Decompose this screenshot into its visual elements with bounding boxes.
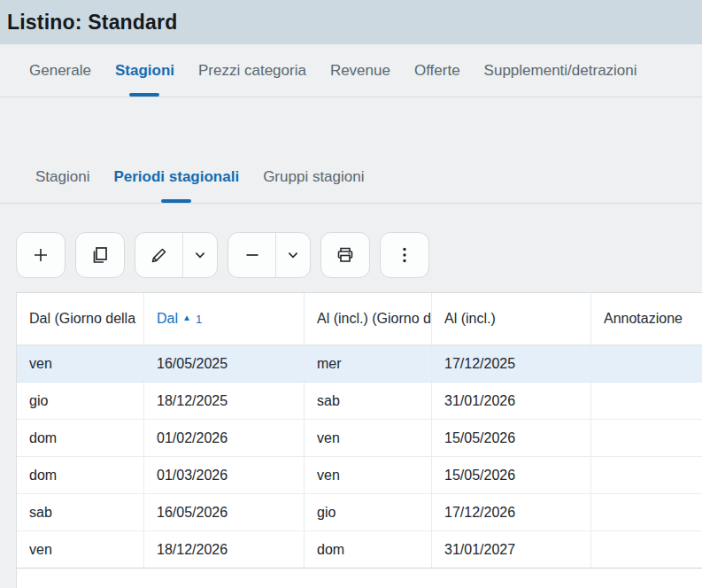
seasonal-periods-table: Dal (Giorno della Dal ▲ 1 Al (incl.) (Gi… bbox=[16, 292, 702, 588]
cell-al-giorno: sab bbox=[305, 383, 432, 419]
cell-dal: 16/05/2026 bbox=[144, 494, 305, 530]
cell-annotazione bbox=[591, 531, 702, 568]
tab-offerte[interactable]: Offerte bbox=[414, 44, 460, 97]
duplicate-button[interactable] bbox=[75, 232, 125, 278]
cell-al: 31/01/2026 bbox=[432, 383, 591, 419]
cell-al-giorno: dom bbox=[305, 531, 432, 568]
cell-annotazione bbox=[591, 457, 702, 493]
minus-icon bbox=[242, 244, 263, 266]
table-body: ven 16/05/2025 mer 17/12/2025 gio 18/12/… bbox=[17, 345, 702, 569]
page-title: Listino: Standard bbox=[7, 11, 178, 35]
cell-dal: 18/12/2026 bbox=[144, 531, 305, 568]
sort-asc-icon: ▲ bbox=[182, 313, 191, 322]
table-row[interactable]: ven 16/05/2025 mer 17/12/2025 bbox=[17, 345, 702, 383]
cell-al: 17/12/2025 bbox=[432, 345, 591, 382]
cell-al: 15/05/2026 bbox=[432, 457, 591, 493]
column-header-al[interactable]: Al (incl.) bbox=[432, 293, 591, 344]
table-row[interactable]: dom 01/02/2026 ven 15/05/2026 bbox=[17, 420, 702, 457]
column-header-dal-giorno[interactable]: Dal (Giorno della bbox=[17, 293, 144, 344]
copy-icon bbox=[89, 244, 111, 266]
title-bar: Listino: Standard bbox=[0, 0, 702, 44]
cell-dal: 16/05/2025 bbox=[144, 345, 305, 382]
tab-label: Periodi stagionali bbox=[113, 168, 239, 186]
tab-label: Stagioni bbox=[115, 62, 174, 80]
cell-dal: 01/03/2026 bbox=[144, 457, 305, 493]
cell-dal-giorno: dom bbox=[17, 457, 144, 493]
tab-label: Stagioni bbox=[35, 168, 89, 186]
remove-split-button bbox=[228, 232, 311, 278]
more-options-button[interactable] bbox=[380, 232, 429, 278]
print-button[interactable] bbox=[320, 232, 370, 278]
column-header-annotazione[interactable]: Annotazione bbox=[591, 293, 702, 344]
table-row[interactable]: ven 18/12/2026 dom 31/01/2027 bbox=[17, 531, 702, 569]
tab-label: Revenue bbox=[330, 62, 390, 80]
tab-prezzi-categoria[interactable]: Prezzi categoria bbox=[198, 44, 306, 97]
app-window: Listino: Standard Generale Stagioni Prez… bbox=[0, 0, 702, 588]
cell-al-giorno: ven bbox=[305, 420, 432, 456]
primary-tabbar: Generale Stagioni Prezzi categoria Reven… bbox=[0, 44, 702, 97]
tab-generale[interactable]: Generale bbox=[29, 44, 91, 97]
column-header-al-giorno[interactable]: Al (incl.) (Giorno d bbox=[305, 293, 432, 344]
remove-dropdown-button[interactable] bbox=[276, 233, 310, 277]
subtab-gruppi-stagioni[interactable]: Gruppi stagioni bbox=[263, 151, 364, 203]
cell-al: 17/12/2026 bbox=[432, 494, 591, 530]
cell-al-giorno: ven bbox=[305, 457, 432, 493]
secondary-tabbar: Stagioni Periodi stagionali Gruppi stagi… bbox=[0, 151, 702, 204]
plus-icon bbox=[30, 244, 51, 266]
cell-al-giorno: mer bbox=[305, 345, 432, 382]
tab-supplementi-detrazioni[interactable]: Supplementi/detrazioni bbox=[484, 44, 637, 97]
tab-stagioni[interactable]: Stagioni bbox=[115, 44, 174, 97]
table-row[interactable]: sab 16/05/2026 gio 17/12/2026 bbox=[17, 494, 702, 531]
cell-dal: 01/02/2026 bbox=[144, 420, 305, 456]
tab-revenue[interactable]: Revenue bbox=[330, 44, 390, 97]
cell-dal-giorno: gio bbox=[17, 383, 144, 419]
table-row[interactable]: gio 18/12/2025 sab 31/01/2026 bbox=[17, 383, 702, 420]
cell-dal-giorno: ven bbox=[17, 531, 144, 568]
table-row[interactable]: dom 01/03/2026 ven 15/05/2026 bbox=[17, 457, 702, 494]
subtab-stagioni[interactable]: Stagioni bbox=[35, 151, 89, 203]
subtab-periodi-stagionali[interactable]: Periodi stagionali bbox=[113, 151, 239, 203]
cell-al: 31/01/2027 bbox=[432, 531, 591, 568]
cell-dal-giorno: sab bbox=[17, 494, 144, 530]
tab-label: Generale bbox=[29, 62, 91, 80]
cell-dal-giorno: ven bbox=[17, 345, 144, 382]
edit-split-button bbox=[135, 232, 218, 278]
sort-order-badge: 1 bbox=[196, 313, 202, 326]
edit-button[interactable] bbox=[135, 233, 182, 277]
remove-button[interactable] bbox=[228, 233, 275, 277]
chevron-down-icon bbox=[190, 245, 210, 265]
tab-label: Prezzi categoria bbox=[198, 62, 306, 80]
cell-al: 15/05/2026 bbox=[432, 420, 591, 456]
cell-annotazione bbox=[591, 383, 702, 419]
tab-label: Offerte bbox=[414, 62, 460, 80]
kebab-icon bbox=[394, 244, 415, 266]
printer-icon bbox=[335, 244, 356, 266]
table-header: Dal (Giorno della Dal ▲ 1 Al (incl.) (Gi… bbox=[17, 293, 702, 345]
active-tab-underline bbox=[129, 93, 159, 97]
active-tab-underline bbox=[161, 199, 191, 203]
cell-annotazione bbox=[591, 345, 702, 382]
table-header-row: Dal (Giorno della Dal ▲ 1 Al (incl.) (Gi… bbox=[17, 293, 702, 345]
cell-annotazione bbox=[591, 420, 702, 456]
pencil-icon bbox=[149, 244, 170, 266]
cell-dal: 18/12/2025 bbox=[144, 383, 305, 419]
chevron-down-icon bbox=[283, 245, 303, 265]
column-header-dal[interactable]: Dal ▲ 1 bbox=[144, 293, 305, 344]
toolbar bbox=[16, 232, 429, 278]
cell-dal-giorno: dom bbox=[17, 420, 144, 456]
tab-label: Supplementi/detrazioni bbox=[484, 62, 637, 80]
cell-annotazione bbox=[591, 494, 702, 530]
edit-dropdown-button[interactable] bbox=[183, 233, 217, 277]
tab-label: Gruppi stagioni bbox=[263, 168, 364, 186]
cell-al-giorno: gio bbox=[305, 494, 432, 530]
add-button[interactable] bbox=[16, 232, 66, 278]
